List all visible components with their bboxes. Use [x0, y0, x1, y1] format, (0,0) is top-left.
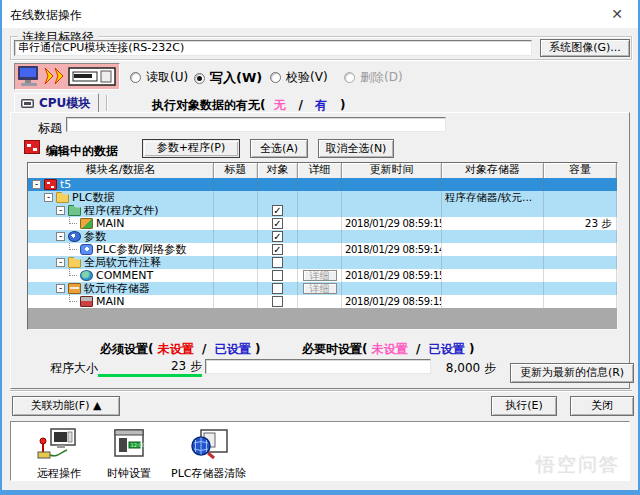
cpu-module-icon — [21, 99, 34, 108]
expander-icon[interactable]: - — [56, 258, 65, 267]
cell-object — [258, 295, 298, 308]
tree-row-MAIN[interactable]: MAIN✓2018/01/29 08:59:1523 步 — [28, 217, 617, 230]
title-bar[interactable]: 在线数据操作 ✕ — [2, 0, 638, 28]
object-checkbox[interactable]: ✓ — [272, 218, 283, 229]
comment-globe-icon — [80, 270, 93, 281]
tab-cpu-module[interactable]: CPU模块 — [14, 93, 99, 113]
object-checkbox[interactable] — [272, 270, 283, 281]
expander-icon[interactable]: - — [56, 232, 65, 241]
object-checkbox[interactable] — [272, 257, 283, 268]
program-size-progressbar — [205, 359, 431, 374]
select-all-button[interactable]: 全选(A) — [250, 139, 308, 158]
cell-target-memory — [442, 230, 544, 243]
tool-plc-memory-clear[interactable]: PLC存储器清除 — [171, 428, 246, 481]
close-button[interactable]: 关闭 — [570, 396, 634, 416]
cell-update-time — [342, 282, 442, 295]
tab-divider — [106, 95, 108, 111]
object-checkbox[interactable]: ✓ — [272, 244, 283, 255]
cell-object — [258, 178, 298, 191]
tree-connector — [69, 295, 77, 302]
tree-row-软元件存储器[interactable]: -软元件存储器详细 — [28, 282, 617, 295]
cell-update-time: 2018/01/29 08:59:15 — [342, 217, 442, 230]
device-memory-icon — [80, 296, 93, 307]
detail-button[interactable]: 详细 — [303, 270, 337, 281]
cell-capacity — [544, 256, 617, 269]
column-header[interactable]: 对象 — [258, 163, 298, 178]
cell-detail — [298, 217, 342, 230]
column-header[interactable]: 详细 — [298, 163, 342, 178]
column-header[interactable]: 标题 — [214, 163, 258, 178]
column-header[interactable]: 模块名/数据名 — [28, 163, 214, 178]
cell-capacity — [544, 295, 617, 308]
expander-icon[interactable]: - — [32, 180, 41, 189]
svg-text:12:00: 12:00 — [131, 442, 145, 448]
mode-radio-1[interactable]: 写入(W) — [194, 69, 262, 87]
mode-radio-2[interactable]: 校验(V) — [270, 69, 328, 86]
object-checkbox[interactable] — [272, 283, 283, 294]
mode-radio-3: 删除(D) — [344, 69, 403, 86]
object-checkbox[interactable]: ✓ — [272, 205, 283, 216]
related-functions-button[interactable]: 关联功能(F) ▲ — [12, 396, 120, 416]
tree-row-t5[interactable]: -t5 — [28, 178, 617, 191]
optional-settings-legend: 必要时设置( 未设置 / 已设置 ) — [302, 341, 474, 358]
system-image-button[interactable]: 系统图像(G)... — [540, 39, 630, 57]
tree-row-PLC数据[interactable]: -PLC数据程序存储器/软元... — [28, 191, 617, 204]
cell-object — [258, 256, 298, 269]
cell-detail: 详细 — [298, 269, 342, 282]
execute-button[interactable]: 执行(E) — [491, 396, 557, 416]
update-latest-info-button[interactable]: 更新为最新的信息(R) — [510, 363, 634, 383]
tree-row-COMMENT[interactable]: COMMENT详细2018/01/29 08:59:15 — [28, 269, 617, 282]
pc-to-plc-transfer-icon — [15, 64, 119, 89]
deselect-all-button[interactable]: 取消全选(N) — [318, 139, 394, 158]
tree-row-label: 全局软元件注释 — [84, 256, 161, 269]
detail-button[interactable]: 详细 — [303, 283, 337, 294]
cell-title — [214, 178, 258, 191]
status-none: 无 — [274, 98, 286, 112]
cell-target-memory — [442, 295, 544, 308]
tool-label: 远程操作 — [37, 466, 81, 481]
mode-radio-label: 删除(D) — [360, 69, 403, 86]
remote-operation-icon — [37, 428, 81, 464]
cell-detail — [298, 191, 342, 204]
object-checkbox[interactable] — [272, 296, 283, 307]
close-icon[interactable]: ✕ — [606, 4, 628, 24]
cell-capacity — [544, 191, 617, 204]
column-header[interactable]: 容量 — [544, 163, 617, 178]
tool-clock-setting[interactable]: 12:00时钟设置 — [107, 428, 151, 481]
cell-detail — [298, 230, 342, 243]
cell-title — [214, 243, 258, 256]
program-size-max: 8,000 步 — [430, 360, 496, 377]
radio-icon — [130, 72, 141, 83]
tree-row-参数[interactable]: -参数✓ — [28, 230, 617, 243]
cell-detail — [298, 204, 342, 217]
column-header[interactable]: 更新时间 — [342, 163, 442, 178]
cell-object — [258, 269, 298, 282]
mode-radio-label: 写入(W) — [210, 69, 262, 87]
object-checkbox[interactable]: ✓ — [272, 231, 283, 242]
tree-row-PLC参数/网络参数[interactable]: PLC参数/网络参数✓2018/01/29 08:59:14 — [28, 243, 617, 256]
tool-remote-operation[interactable]: 远程操作 — [37, 428, 81, 481]
cell-update-time — [342, 230, 442, 243]
tree-row-label: MAIN — [96, 217, 125, 230]
cell-capacity — [544, 269, 617, 282]
required-not-set: 未设置 — [158, 342, 194, 356]
cell-capacity — [544, 243, 617, 256]
cell-target-memory: 程序存储器/软元... — [442, 191, 544, 204]
expander-icon[interactable]: - — [56, 284, 65, 293]
expander-icon[interactable]: - — [44, 193, 53, 202]
tree-row-全局软元件注释[interactable]: -全局软元件注释 — [28, 256, 617, 269]
column-header[interactable]: 对象存储器 — [442, 163, 544, 178]
device-memory-folder-icon — [68, 283, 81, 294]
cell-detail — [298, 178, 342, 191]
title-field-input[interactable] — [66, 117, 446, 132]
mode-radio-0[interactable]: 读取(U) — [130, 69, 188, 86]
cell-object: ✓ — [258, 243, 298, 256]
cell-detail: 详细 — [298, 282, 342, 295]
tree-row-MAIN[interactable]: MAIN2018/01/29 08:59:15 — [28, 295, 617, 308]
expander-icon[interactable]: - — [56, 206, 65, 215]
data-tree-table: 模块名/数据名标题对象详细更新时间对象存储器容量 -t5-PLC数据程序存储器/… — [27, 162, 618, 330]
tree-row-程序(程序文件)[interactable]: -程序(程序文件)✓ — [28, 204, 617, 217]
connection-path-input[interactable]: 串行通信CPU模块连接(RS-232C) — [14, 40, 532, 56]
param-program-button[interactable]: 参数+程序(P) — [142, 139, 240, 158]
cell-capacity — [544, 178, 617, 191]
